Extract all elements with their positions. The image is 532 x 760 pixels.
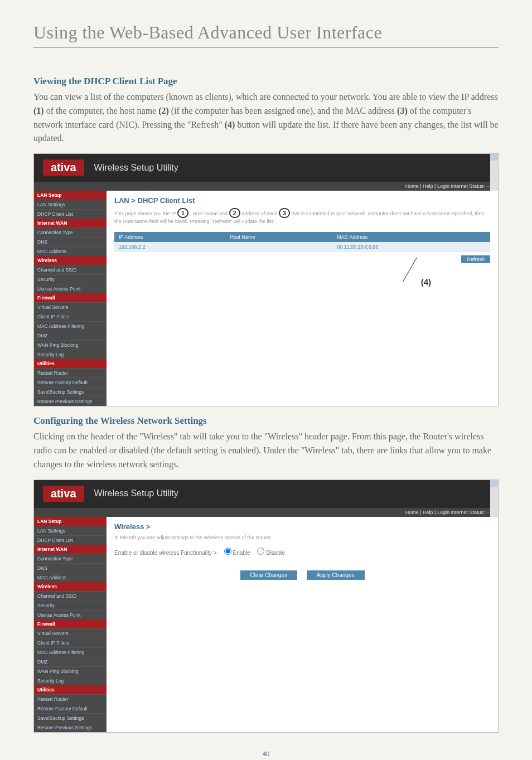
refresh-button[interactable]: Refresh [461,255,490,263]
sidebar-item[interactable]: WAN Ping Blocking [34,666,107,676]
title-divider [33,47,499,48]
callout-2: 2 [229,208,240,218]
callout-ref-4: (4) [225,120,235,129]
sidebar-item[interactable]: Use as Access Point [34,284,107,293]
sidebar: LAN SetupLAN SettingsDHCP Client ListInt… [34,191,107,406]
callout-ref-2: (2) [158,106,169,115]
callout-3: 3 [279,208,290,218]
sidebar-item[interactable]: Use as Access Point [34,610,107,619]
page-number: 40 [33,749,499,758]
section2-heading: Configuring the Wireless Network Setting… [33,415,499,427]
sidebar-item[interactable]: Channel and SSID [34,265,107,274]
sidebar-item[interactable]: Restore Factory Default [34,377,107,387]
sidebar-item[interactable]: Client IP Filters [34,638,107,647]
sidebar-item[interactable]: Virtual Servers [34,628,107,638]
sidebar-group-head[interactable]: Internet WAN [34,219,107,227]
main-panel: LAN > DHCP Client List This page shows y… [107,191,498,406]
callout-ref-1: (1) [33,106,44,115]
sidebar-item[interactable]: Security [34,601,107,610]
sidebar-item[interactable]: Security Log [34,676,107,685]
sidebar-item[interactable]: Channel and SSID [34,591,107,601]
meta-bar: Home | Help | Login Internet Status: — [34,181,498,191]
section1-heading: Viewing the DHCP Client List Page [33,76,499,87]
sidebar-group-head[interactable]: Wireless [34,256,107,265]
panel-title: LAN > DHCP Client List [114,196,490,205]
dhcp-client-table: IP Address Host Name MAC Address 192.168… [114,232,490,252]
sidebar: LAN SetupLAN SettingsDHCP Client ListInt… [34,517,107,732]
main-panel: Wireless > In this tab you can adjust se… [107,517,498,732]
wireless-enable-row: Enable or disable wireless Functionality… [114,548,490,556]
apply-changes-button[interactable]: Apply Changes [307,570,365,580]
sidebar-item[interactable]: Restart Router [34,694,107,704]
brand-logo: ativa [43,159,84,176]
enable-label: Enable [233,550,250,556]
button-row: Clear Changes Apply Changes [114,569,490,580]
callout-4: (4) [421,277,431,287]
clear-changes-button[interactable]: Clear Changes [240,570,298,580]
body-text: of the computer, the host name [44,106,159,115]
sidebar-item[interactable]: DMZ [34,657,107,666]
col-mac: MAC Address [332,232,490,242]
sidebar-group-head[interactable]: Utilities [34,359,107,368]
sidebar-item[interactable]: Restore Previous Settings [34,396,107,406]
panel-description: This page shows you the IP 1 , Host Name… [114,208,490,225]
table-row: 192.168.2.2 00:11:50:28:C8:96 [114,242,490,252]
sidebar-item[interactable]: WAN Ping Blocking [34,340,107,350]
sidebar-item[interactable]: DNS [34,563,107,573]
sidebar-group-head[interactable]: LAN Setup [34,191,107,200]
sidebar-item[interactable]: LAN Settings [34,200,107,209]
cell-mac: 00:11:50:28:C8:96 [332,242,490,252]
table-header-row: IP Address Host Name MAC Address [114,232,490,242]
meta-bar: Home | Help | Login Internet Status: — [34,507,498,517]
sidebar-item[interactable]: MAC Address Filtering [34,647,107,657]
sidebar-item[interactable]: Restart Router [34,368,107,377]
sidebar-group-head[interactable]: LAN Setup [34,517,107,526]
cell-hostname [226,242,333,252]
sidebar-group-head[interactable]: Internet WAN [34,545,107,554]
sidebar-item[interactable]: MAC Address Filtering [34,321,107,331]
sidebar-group-head[interactable]: Utilities [34,685,107,694]
sidebar-item[interactable]: Security Log [34,350,107,359]
callout-1: 1 [177,208,188,218]
sidebar-item[interactable]: DHCP Client List [34,209,107,219]
cell-ip: 192.168.2.2 [114,242,226,252]
app-header: ativa Wireless Setup Utility [34,154,498,181]
screenshot-dhcp: ativa Wireless Setup Utility Home | Help… [33,153,499,406]
sidebar-item[interactable]: MAC Address [34,246,107,256]
panel-description: In this tab you can adjust settings to t… [114,534,490,541]
sidebar-item[interactable]: MAC Address [34,573,107,582]
sidebar-item[interactable]: DNS [34,237,107,246]
section2-body: Clicking on the header of the "Wireless"… [33,430,499,471]
sidebar-item[interactable]: DHCP Client List [34,535,107,545]
sidebar-item[interactable]: Virtual Servers [34,302,107,312]
sidebar-item[interactable]: Connection Type [34,554,107,563]
brand-subtitle: Wireless Setup Utility [94,488,178,498]
sidebar-group-head[interactable]: Firewall [34,619,107,628]
enable-radio[interactable] [224,548,231,555]
sidebar-item[interactable]: Client IP Filters [34,312,107,321]
sidebar-item[interactable]: Restore Factory Default [34,704,107,713]
sidebar-group-head[interactable]: Wireless [34,582,107,591]
callout-ref-3: (3) [397,106,408,115]
brand-subtitle: Wireless Setup Utility [94,163,178,173]
sidebar-item[interactable]: DMZ [34,331,107,340]
sidebar-item[interactable]: Security [34,274,107,284]
panel-title: Wireless > [114,522,490,531]
screenshot-wireless: ativa Wireless Setup Utility Home | Help… [33,480,499,733]
disable-radio[interactable] [257,548,264,555]
brand-logo: ativa [43,486,84,502]
sidebar-item[interactable]: Save/Backup Settings [34,387,107,396]
col-hostname: Host Name [226,232,333,242]
disable-label: Disable [266,550,284,556]
section1-body: You can view a list of the computers (kn… [33,90,499,146]
sidebar-item[interactable]: Restore Previous Settings [34,723,107,732]
col-ip: IP Address [114,232,226,242]
radio-label: Enable or disable wireless Functionality… [114,550,217,556]
sidebar-item[interactable]: LAN Settings [34,526,107,535]
sidebar-group-head[interactable]: Firewall [34,293,107,302]
sidebar-item[interactable]: Connection Type [34,227,107,237]
app-header: ativa Wireless Setup Utility [34,480,498,507]
body-text: You can view a list of the computers (kn… [33,92,498,101]
sidebar-item[interactable]: Save/Backup Settings [34,713,107,723]
body-text: (if the computer has been assigned one),… [169,106,397,115]
